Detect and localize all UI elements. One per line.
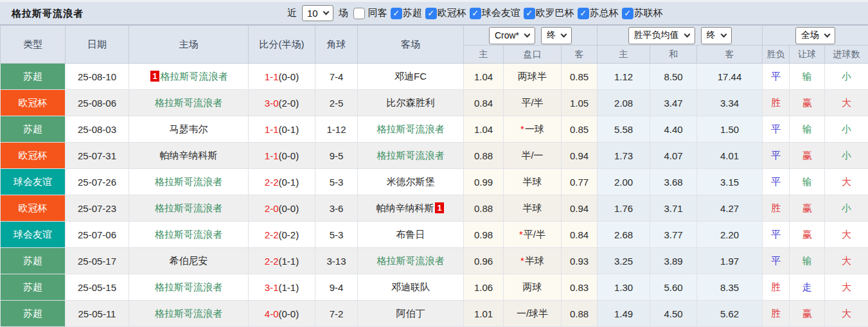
date-cell: 25-08-06 xyxy=(66,90,129,116)
score-cell: 1-1(0-0) xyxy=(249,143,315,169)
recent-count-select[interactable]: 10 xyxy=(302,5,333,21)
date-cell: 25-08-10 xyxy=(66,64,129,90)
avg-home-cell: 1.30 xyxy=(598,274,650,301)
corner-cell: 1-12 xyxy=(315,116,358,143)
handicap-result-cell: 输 xyxy=(790,248,825,274)
column-header-avg-draw: 和 xyxy=(650,46,697,64)
home-team-cell: 帕纳辛纳科斯 xyxy=(129,143,249,169)
odds-company-select[interactable]: Crow* xyxy=(489,27,535,44)
chevron-down-icon xyxy=(720,31,727,37)
odds-home-cell: 1.04 xyxy=(464,116,504,143)
column-header-date: 日期 xyxy=(66,26,129,64)
table-row: 苏超25-05-17希伯尼安2-2(1-1)3-13格拉斯哥流浪者0.96*半球… xyxy=(1,248,868,274)
table-row: 欧冠杯25-07-31帕纳辛纳科斯1-1(0-0)9-5格拉斯哥流浪者0.88半… xyxy=(1,143,868,169)
league-badge: 欧冠杯 xyxy=(1,195,66,222)
red-card-badge: 1 xyxy=(435,202,443,213)
score-cell: 3-1(1-1) xyxy=(249,274,315,301)
away-team-cell: 布鲁日 xyxy=(358,222,464,248)
league-badge: 苏超 xyxy=(1,274,66,301)
avg-home-cell: 2.08 xyxy=(598,90,650,116)
avg-time-select[interactable]: 终 xyxy=(701,27,732,44)
home-team-cell: 1格拉斯哥流浪者 xyxy=(129,64,249,90)
goals-cell: 小 xyxy=(825,116,868,143)
avg-draw-cell: 3.77 xyxy=(650,222,697,248)
score-cell: 4-0(0-0) xyxy=(249,301,315,327)
avg-away-cell: 4.27 xyxy=(697,195,763,222)
league-filter: ✓欧冠杯 xyxy=(425,7,466,19)
period-group-header: 全场 xyxy=(763,26,868,46)
league-filter: ✓球会友谊 xyxy=(470,7,520,19)
column-header-corner: 角球 xyxy=(315,26,358,64)
avg-away-cell: 17.44 xyxy=(697,64,763,90)
table-body: 苏超25-08-101格拉斯哥流浪者1-1(0-0)7-4邓迪FC1.04两球半… xyxy=(1,64,868,327)
home-team-cell: 格拉斯哥流浪者 xyxy=(129,169,249,195)
league-checkbox[interactable]: ✓ xyxy=(622,8,633,19)
odds-away-cell: 0.94 xyxy=(562,195,598,222)
column-header-odds-away: 客 xyxy=(562,46,598,64)
odds-home-cell: 1.04 xyxy=(464,64,504,90)
odds-away-cell: 0.94 xyxy=(562,143,598,169)
odds-home-cell: 0.96 xyxy=(464,248,504,274)
goals-cell: 大 xyxy=(825,169,868,195)
column-header-goals: 进球数 xyxy=(825,46,868,64)
odds-home-cell: 0.88 xyxy=(464,195,504,222)
date-cell: 25-07-06 xyxy=(66,222,129,248)
league-checkbox[interactable]: ✓ xyxy=(524,8,535,19)
league-label: 苏超 xyxy=(403,7,422,19)
odds-time-select[interactable]: 终 xyxy=(541,27,572,44)
column-header-away: 客场 xyxy=(358,26,464,64)
away-team-cell: 格拉斯哥流浪者 xyxy=(358,248,464,274)
handicap-result-cell: 赢 xyxy=(790,301,825,327)
handicap-cell: 半/一 xyxy=(504,143,562,169)
league-badge: 苏超 xyxy=(1,301,66,327)
score-cell: 2-2(0-2) xyxy=(249,222,315,248)
corner-cell: 9-4 xyxy=(315,274,358,301)
same-away-checkbox[interactable] xyxy=(353,8,365,19)
goals-cell: 大 xyxy=(825,274,868,301)
league-filter: ✓苏联杯 xyxy=(622,7,663,19)
score-cell: 2-2(1-1) xyxy=(249,248,315,274)
league-label: 球会友谊 xyxy=(482,7,520,19)
odds-home-cell: 0.88 xyxy=(464,143,504,169)
league-checkbox[interactable]: ✓ xyxy=(470,8,481,19)
filters: 近 10 场 同客 ✓苏超✓欧冠杯✓球会友谊✓欧罗巴杯✓苏总杯✓苏联杯 xyxy=(287,2,663,24)
corner-cell: 2-5 xyxy=(315,90,358,116)
handicap-cell: 平/半 xyxy=(504,90,562,116)
avg-home-cell: 2.00 xyxy=(598,169,650,195)
table-row: 苏超25-08-03马瑟韦尔1-1(0-1)1-12格拉斯哥流浪者1.04*一球… xyxy=(1,116,868,143)
league-label: 欧冠杯 xyxy=(438,7,466,19)
date-cell: 25-07-23 xyxy=(66,195,129,222)
avg-select[interactable]: 胜平负均值 xyxy=(628,27,695,44)
home-team-cell: 马瑟韦尔 xyxy=(129,116,249,143)
chevron-down-icon xyxy=(323,9,329,15)
avg-away-cell: 1.50 xyxy=(697,116,763,143)
result-cell: 平 xyxy=(763,248,790,274)
same-away-label: 同客 xyxy=(368,7,387,19)
league-badge: 欧冠杯 xyxy=(1,143,66,169)
odds-home-cell: 1.01 xyxy=(464,301,504,327)
league-checkbox[interactable]: ✓ xyxy=(425,8,437,19)
filter-bar: 格拉斯哥流浪者 近 10 场 同客 ✓苏超✓欧冠杯✓球会友谊✓欧罗巴杯✓苏总杯✓… xyxy=(0,0,868,25)
column-header-home: 主场 xyxy=(129,26,249,64)
handicap-result-cell: 赢 xyxy=(790,143,825,169)
handicap-result-cell: 走 xyxy=(790,274,825,301)
period-select[interactable]: 全场 xyxy=(795,27,835,44)
handicap-cell: 两球 xyxy=(504,274,562,301)
odds-home-cell: 0.98 xyxy=(464,222,504,248)
result-cell: 胜 xyxy=(763,301,790,327)
league-checkbox[interactable]: ✓ xyxy=(391,8,402,19)
chevron-down-icon xyxy=(561,31,567,37)
table-row: 球会友谊25-07-06格拉斯哥流浪者2-2(0-2)5-3布鲁日0.98*平/… xyxy=(1,222,868,248)
handicap-cell: 两球半 xyxy=(504,64,562,90)
odds-home-cell: 1.06 xyxy=(464,274,504,301)
home-team-cell: 希伯尼安 xyxy=(129,248,249,274)
odds-away-cell: 1.05 xyxy=(562,90,598,116)
table-row: 苏超25-05-15格拉斯哥流浪者3-1(1-1)9-4邓迪联队1.06两球0.… xyxy=(1,274,868,301)
league-checkbox[interactable]: ✓ xyxy=(578,8,589,19)
date-cell: 25-07-26 xyxy=(66,169,129,195)
odds-away-cell: 0.77 xyxy=(562,169,598,195)
score-cell: 1-1(0-1) xyxy=(249,116,315,143)
column-header-odds-handicap: 盘口 xyxy=(504,46,562,64)
column-header-type: 类型 xyxy=(1,26,66,64)
date-cell: 25-05-15 xyxy=(66,274,129,301)
